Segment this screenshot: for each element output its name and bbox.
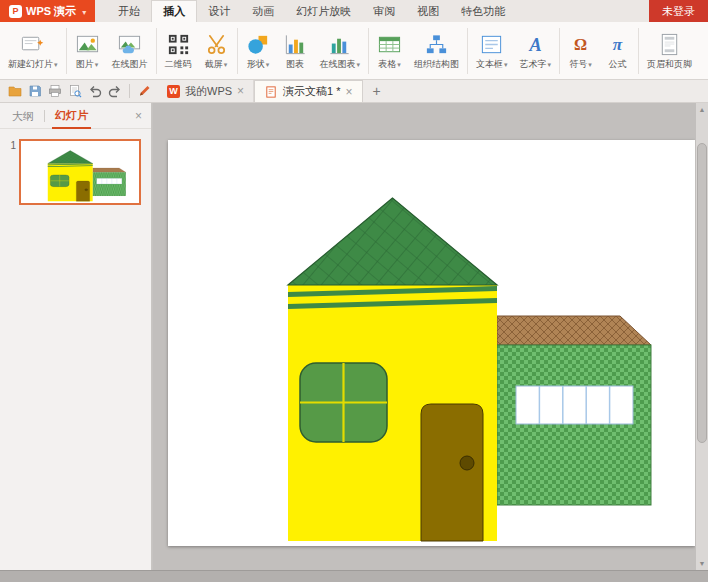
ribbon-button-label: 页眉和页脚 [647, 60, 692, 69]
ribbon-button-label: 艺术字 [520, 60, 547, 69]
menu-tab-slideshow[interactable]: 幻灯片放映 [285, 0, 362, 22]
shapes-icon [246, 32, 271, 57]
online-picture-icon [117, 32, 142, 57]
ribbon-group-separator [467, 28, 468, 74]
doc-tab-my-wps[interactable]: W 我的WPS [158, 80, 254, 102]
slide-thumbnail-row: 1 [0, 129, 151, 205]
dropdown-arrow-icon [94, 60, 99, 69]
slide-panel-header: 大纲 幻灯片 [0, 103, 151, 129]
wps-logo-icon: P [9, 5, 22, 18]
login-button[interactable]: 未登录 [649, 0, 708, 22]
dropdown-arrow-icon [503, 60, 508, 69]
header-footer-button[interactable]: 页眉和页脚 [641, 24, 698, 78]
header-footer-icon [657, 32, 682, 57]
menu-tab-view[interactable]: 视图 [406, 0, 450, 22]
ribbon-button-label: 截屏 [205, 60, 223, 69]
close-icon[interactable] [135, 109, 142, 123]
open-folder-icon [7, 83, 23, 99]
menu-tab-insert[interactable]: 插入 [151, 0, 197, 22]
new-slide-button[interactable]: 新建幻灯片 [2, 24, 64, 78]
ribbon-button-label: 新建幻灯片 [8, 60, 53, 69]
symbol-omega-icon: Ω [568, 32, 593, 57]
dropdown-arrow-icon [53, 60, 58, 69]
pen-icon [136, 83, 152, 99]
save-button[interactable] [25, 82, 44, 101]
qrcode-button[interactable]: 二维码 [159, 24, 198, 78]
online-picture-button[interactable]: 在线图片 [106, 24, 154, 78]
pen-tool-button[interactable] [134, 82, 153, 101]
redo-button[interactable] [105, 82, 124, 101]
undo-button[interactable] [85, 82, 104, 101]
ribbon-button-label: 在线图片 [112, 60, 148, 69]
menu-tab-home[interactable]: 开始 [107, 0, 151, 22]
ribbon-button-label: 组织结构图 [414, 60, 459, 69]
svg-text:π: π [613, 35, 623, 54]
redo-icon [107, 83, 123, 99]
print-button[interactable] [45, 82, 64, 101]
ribbon-button-label: 文本框 [476, 60, 503, 69]
doc-tab-label: 我的WPS [185, 84, 232, 99]
ribbon-insert: 新建幻灯片 图片 在线图片 [0, 22, 708, 80]
screenshot-button[interactable]: 截屏 [198, 24, 235, 78]
qrcode-icon [166, 32, 191, 57]
dropdown-arrow-icon [223, 60, 228, 69]
slide-panel: 大纲 幻灯片 1 [0, 103, 152, 570]
tab-outline[interactable]: 大纲 [9, 103, 37, 128]
wordart-button[interactable]: A 艺术字 [514, 24, 558, 78]
slide-thumbnail-art [22, 142, 138, 202]
open-button[interactable] [5, 82, 24, 101]
doc-tab-label: 演示文稿1 * [283, 84, 340, 99]
menu-tab-review[interactable]: 审阅 [362, 0, 406, 22]
scroll-down-icon[interactable] [696, 557, 708, 570]
online-chart-button[interactable]: 在线图表 [314, 24, 367, 78]
editing-canvas[interactable] [153, 103, 708, 570]
titlebar: P WPS 演示 开始 插入 设计 动画 幻灯片放映 审阅 视图 特色功能 未登… [0, 0, 708, 22]
wps-presentation-window: P WPS 演示 开始 插入 设计 动画 幻灯片放映 审阅 视图 特色功能 未登… [0, 0, 708, 582]
tab-slides[interactable]: 幻灯片 [52, 102, 91, 129]
presentation-file-icon [264, 85, 278, 99]
ribbon-button-label: 表格 [378, 60, 396, 69]
vertical-scrollbar[interactable] [695, 103, 708, 570]
wordart-icon: A [523, 32, 548, 57]
ribbon-button-label: 图表 [286, 60, 304, 69]
ribbon-button-label: 符号 [569, 60, 587, 69]
app-menu-button[interactable]: P WPS 演示 [0, 0, 95, 22]
slide-thumbnail[interactable] [19, 139, 141, 205]
slide-number: 1 [6, 139, 16, 151]
table-icon [377, 32, 402, 57]
scrollbar-thumb[interactable] [697, 143, 707, 443]
house-drawing[interactable] [168, 140, 695, 546]
picture-icon [75, 32, 100, 57]
bottom-strip [0, 570, 708, 582]
quick-access-bar: W 我的WPS 演示文稿1 * [0, 80, 708, 103]
chevron-down-icon [80, 5, 86, 17]
menu-tab-animation[interactable]: 动画 [241, 0, 285, 22]
chart-icon [283, 32, 308, 57]
textbox-button[interactable]: 文本框 [470, 24, 514, 78]
ribbon-group-separator [559, 28, 560, 74]
ribbon-group-separator [156, 28, 157, 74]
shapes-button[interactable]: 形状 [240, 24, 277, 78]
new-tab-button[interactable] [363, 80, 391, 102]
picture-button[interactable]: 图片 [69, 24, 106, 78]
print-preview-button[interactable] [65, 82, 84, 101]
scroll-up-icon[interactable] [696, 103, 708, 116]
formula-button[interactable]: π 公式 [599, 24, 636, 78]
close-icon[interactable] [237, 85, 244, 97]
menu-tab-special-features[interactable]: 特色功能 [450, 0, 516, 22]
close-icon[interactable] [346, 86, 353, 98]
slide-1[interactable] [168, 140, 695, 546]
formula-pi-icon: π [605, 32, 630, 57]
chart-button[interactable]: 图表 [277, 24, 314, 78]
doc-tab-presentation1[interactable]: 演示文稿1 * [254, 80, 362, 102]
document-tabbar: W 我的WPS 演示文稿1 * [158, 80, 391, 102]
org-chart-button[interactable]: 组织结构图 [408, 24, 465, 78]
symbol-button[interactable]: Ω 符号 [562, 24, 599, 78]
menu-bar: 开始 插入 设计 动画 幻灯片放映 审阅 视图 特色功能 [107, 0, 516, 22]
ribbon-button-label: 形状 [247, 60, 265, 69]
table-button[interactable]: 表格 [371, 24, 408, 78]
menu-tab-design[interactable]: 设计 [197, 0, 241, 22]
toolbar-separator [129, 84, 130, 98]
ribbon-group-separator [368, 28, 369, 74]
ribbon-group-separator [66, 28, 67, 74]
